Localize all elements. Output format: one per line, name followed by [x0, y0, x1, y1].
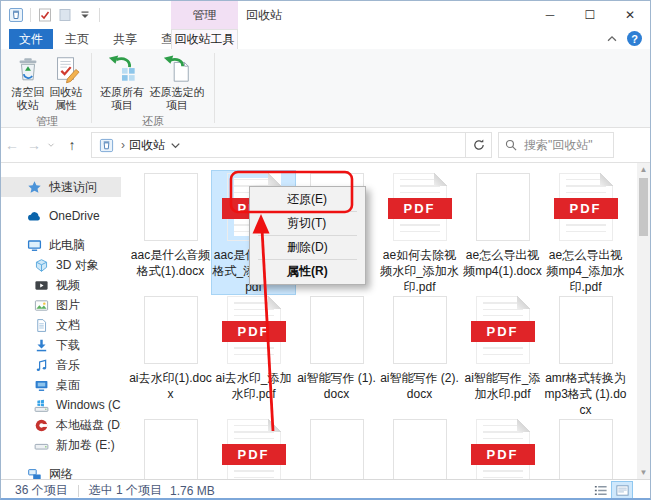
file-item-6[interactable]: ai去水印(1).docx — [129, 294, 212, 417]
menu-item-2[interactable]: 删除(D) — [250, 237, 365, 258]
sidebar-item-label: 3D 对象 — [56, 257, 99, 274]
file-item-10[interactable]: PDFai智能写作_添加水印.pdf — [461, 294, 544, 417]
tab-file[interactable]: 文件 — [9, 29, 53, 49]
ribbon-button-3[interactable]: 还原选定的项目 — [146, 51, 208, 112]
file-item-12[interactable] — [129, 417, 212, 479]
sidebar-item-0[interactable]: 快速访问 — [1, 177, 121, 197]
checklist-icon[interactable] — [37, 7, 53, 23]
file-name: aac是什么音频格式(1).docx — [129, 247, 212, 279]
breadcrumb-separator: › — [121, 138, 125, 152]
scroll-down-icon[interactable]: ▼ — [637, 466, 650, 479]
menu-item-0[interactable]: 还原(E) — [250, 189, 365, 210]
sidebar-item-12[interactable]: 新加卷 (E:) — [1, 435, 121, 455]
drive-red-icon — [34, 418, 49, 433]
ribbon-button-2[interactable]: 还原所有项目 — [98, 51, 146, 112]
quick-access-toolbar — [1, 7, 102, 23]
sidebar-item-7[interactable]: 下载 — [1, 335, 121, 355]
restore-selected-icon — [162, 54, 192, 84]
scroll-up-icon[interactable]: ▲ — [637, 163, 650, 176]
sidebar-item-6[interactable]: 文档 — [1, 315, 121, 335]
sidebar-item-9[interactable]: 桌面 — [1, 375, 121, 395]
pdf-file-icon: PDF — [393, 173, 447, 241]
forward-icon[interactable]: → — [23, 137, 45, 153]
qat-dropdown-icon[interactable] — [77, 7, 93, 23]
address-input[interactable]: › 回收站 — [91, 132, 466, 158]
file-list-area: aac是什么音频格式(1).docxPDFaac是什么音频格式_添加水印.pdf… — [121, 163, 637, 479]
sidebar-item-10[interactable]: Windows (C:) — [1, 395, 121, 415]
menu-item-3[interactable]: 属性(R) — [250, 261, 365, 282]
file-item-4[interactable]: ae怎么导出视频mp4(1).docx — [461, 171, 544, 294]
sidebar-item-13[interactable]: 网络 — [1, 464, 121, 479]
contextual-tab-manage[interactable]: 管理 — [171, 1, 238, 29]
file-name: ai智能写作 (1).docx — [295, 370, 378, 402]
status-bar: 36 个项目 选中 1 个项目 1.76 MB — [1, 479, 650, 500]
address-bar: ← → ↑ › 回收站 — [1, 128, 650, 163]
sidebar-item-label: 快速访问 — [49, 179, 97, 196]
file-item-5[interactable]: PDFae怎么导出视频mp4_添加水印.pdf — [544, 171, 627, 294]
refresh-button[interactable] — [466, 132, 492, 158]
file-gray-icon[interactable] — [57, 7, 73, 23]
app-recycle-icon[interactable] — [8, 7, 24, 23]
tab-1[interactable]: 共享 — [101, 29, 149, 49]
file-item-3[interactable]: PDFae如何去除视频水印_添加水印.pdf — [378, 171, 461, 294]
file-item-16[interactable]: PDF — [461, 417, 544, 479]
page-fold — [517, 419, 530, 432]
file-item-13[interactable]: PDF — [212, 417, 295, 479]
docx-file-icon — [476, 173, 530, 241]
sidebar-item-8[interactable]: 音乐 — [1, 355, 121, 375]
sidebar-item-label: 下载 — [56, 337, 80, 354]
menu-item-1[interactable]: 剪切(T) — [250, 213, 365, 234]
music-icon — [34, 358, 49, 373]
collapse-ribbon-icon[interactable] — [605, 32, 619, 46]
sidebar-item-5[interactable]: 图片 — [1, 295, 121, 315]
picture-icon — [34, 298, 49, 313]
up-icon[interactable]: ↑ — [57, 137, 87, 153]
ribbon-group-manage: 清空回收站回收站属性 管理 — [5, 49, 89, 127]
selected-size: 1.76 MB — [170, 484, 215, 498]
minimize-button[interactable]: ─ — [530, 1, 570, 29]
maximize-button[interactable]: ☐ — [570, 1, 610, 29]
sidebar-item-1[interactable]: OneDrive — [1, 206, 121, 226]
back-icon[interactable]: ← — [1, 137, 23, 153]
file-item-9[interactable]: ai智能写作 (2).docx — [378, 294, 461, 417]
network-icon — [27, 467, 42, 480]
scrollbar-thumb[interactable] — [639, 178, 648, 236]
close-button[interactable]: ✕ — [610, 1, 650, 29]
sidebar-item-2[interactable]: 此电脑 — [1, 235, 121, 255]
sidebar-item-label: 视频 — [56, 277, 80, 294]
pdf-badge: PDF — [222, 444, 286, 465]
file-item-15[interactable] — [378, 417, 461, 479]
ribbon-button-1[interactable]: 回收站属性 — [47, 51, 85, 112]
tab-recycle-bin-tools[interactable]: 回收站工具 — [171, 29, 238, 49]
details-view-button[interactable] — [590, 482, 610, 500]
status-divider — [78, 485, 79, 497]
menu-separator — [258, 259, 357, 260]
file-name: ae怎么导出视频mp4_添加水印.pdf — [544, 247, 627, 295]
history-chevron-icon[interactable] — [45, 140, 57, 150]
help-icon[interactable]: ? — [627, 31, 642, 46]
ribbon-button-label: 清空回收站 — [9, 86, 47, 112]
sidebar-item-11[interactable]: 本地磁盘 (D:) — [1, 415, 121, 435]
search-input[interactable] — [522, 137, 608, 153]
sidebar-item-4[interactable]: 视频 — [1, 275, 121, 295]
sidebar-item-label: 网络 — [49, 466, 73, 480]
file-item-14[interactable] — [295, 417, 378, 479]
thumbnail-view-button[interactable] — [612, 482, 632, 500]
file-item-17[interactable] — [544, 417, 627, 479]
pdf-file-icon: PDF — [559, 173, 613, 241]
file-item-11[interactable]: amr格式转换为mp3格式 (1).docx — [544, 294, 627, 417]
page-fold — [600, 173, 613, 186]
breadcrumb[interactable]: 回收站 — [129, 137, 165, 154]
search-box[interactable] — [498, 132, 614, 158]
vertical-scrollbar[interactable]: ▲ ▼ — [637, 163, 650, 479]
ribbon-group-separator — [214, 53, 215, 123]
tab-0[interactable]: 主页 — [53, 29, 101, 49]
file-item-8[interactable]: ai智能写作 (1).docx — [295, 294, 378, 417]
sidebar-item-3[interactable]: 3D 对象 — [1, 255, 121, 275]
file-item-7[interactable]: PDFai去水印_添加水印.pdf — [212, 294, 295, 417]
restore-all-icon — [107, 54, 137, 84]
chevron-down-icon[interactable] — [168, 138, 183, 153]
ribbon-button-0[interactable]: 清空回收站 — [9, 51, 47, 112]
cube-icon — [34, 258, 49, 273]
file-item-0[interactable]: aac是什么音频格式(1).docx — [129, 171, 212, 294]
